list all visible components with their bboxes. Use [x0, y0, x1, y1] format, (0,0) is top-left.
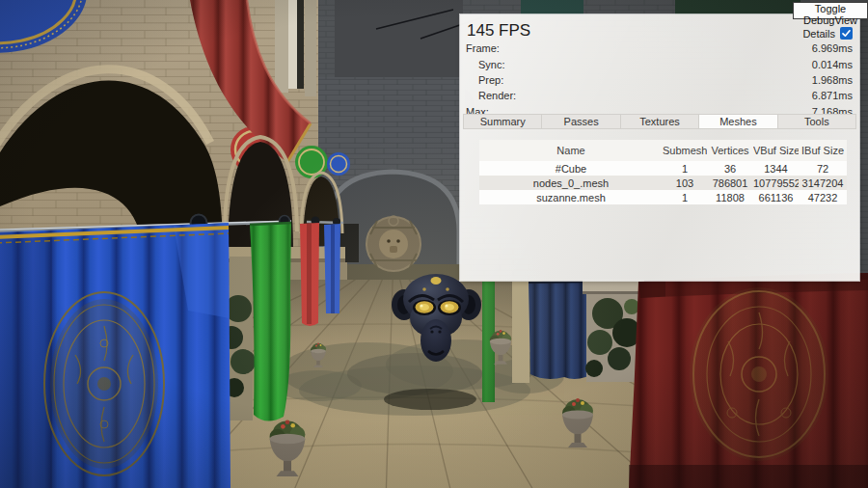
meshes-tab-content: Name Submeshes Vertices VBuf Size IBuf S… [460, 129, 859, 281]
toggle-debugview-button[interactable]: Toggle DebugView [793, 2, 868, 19]
stat-label: Sync: [466, 59, 505, 70]
stat-label: Frame: [466, 42, 500, 54]
tab-passes[interactable]: Passes [542, 114, 620, 129]
col-ibuf-size: IBuf Size [799, 140, 847, 161]
mesh-table: Name Submeshes Vertices VBuf Size IBuf S… [479, 140, 847, 204]
cell-vertices: 36 [707, 161, 753, 176]
cell-ibuf: 72 [799, 161, 847, 176]
cell-name: suzanne.mesh [479, 190, 663, 204]
debug-tabs: Summary Passes Textures Meshes Tools [463, 114, 856, 129]
debug-panel: 145 FPS Details Frame: 6.969ms Sync: 0.0… [460, 14, 859, 281]
details-label: Details [802, 28, 835, 40]
stat-value: 1.968ms [812, 74, 853, 86]
table-header-row: Name Submeshes Vertices VBuf Size IBuf S… [479, 140, 847, 161]
stat-row: Sync: 0.014ms [466, 56, 853, 71]
cell-vbuf: 661136 [753, 190, 799, 204]
cell-ibuf: 3147204 [799, 176, 847, 190]
check-icon [841, 28, 852, 39]
cell-name: #Cube [479, 161, 663, 176]
tab-tools[interactable]: Tools [778, 114, 856, 129]
col-submeshes: Submeshes [663, 140, 707, 161]
stat-row: Frame: 6.969ms [466, 41, 853, 56]
col-vertices: Vertices [707, 140, 753, 161]
viewport: Toggle DebugView 145 FPS Details Frame: … [0, 0, 868, 488]
tab-meshes[interactable]: Meshes [699, 114, 777, 129]
stat-label: Render: [466, 90, 516, 101]
stat-value: 6.871ms [812, 90, 853, 101]
tab-textures[interactable]: Textures [621, 114, 699, 129]
cell-name: nodes_0_.mesh [479, 176, 663, 190]
fps-counter: 145 FPS [467, 21, 530, 41]
stat-row: Render: 6.871ms [466, 88, 853, 103]
cell-submeshes: 1 [663, 161, 707, 176]
table-row: #Cube 1 36 1344 72 [479, 161, 847, 176]
cell-vbuf: 1344 [753, 161, 799, 176]
cell-ibuf: 47232 [799, 190, 847, 204]
stat-row: Prep: 1.968ms [466, 72, 853, 88]
col-vbuf-size: VBuf Size [753, 140, 799, 161]
cell-submeshes: 103 [663, 176, 707, 190]
stat-value: 6.969ms [812, 42, 853, 54]
details-checkbox[interactable] [840, 27, 853, 40]
table-row: nodes_0_.mesh 103 786801 10779552 314720… [479, 176, 847, 190]
stat-value: 0.014ms [812, 59, 853, 70]
cell-vbuf: 10779552 [753, 176, 799, 190]
stat-label: Prep: [466, 74, 503, 86]
details-toggle[interactable]: Details [802, 27, 853, 40]
cell-vertices: 11808 [707, 190, 753, 204]
cell-vertices: 786801 [707, 176, 753, 190]
col-name: Name [479, 140, 663, 161]
tab-summary[interactable]: Summary [463, 114, 542, 129]
table-row: suzanne.mesh 1 11808 661136 47232 [479, 190, 847, 204]
cell-submeshes: 1 [663, 190, 707, 204]
frame-stats: Frame: 6.969ms Sync: 0.014ms Prep: 1.968… [466, 41, 853, 120]
